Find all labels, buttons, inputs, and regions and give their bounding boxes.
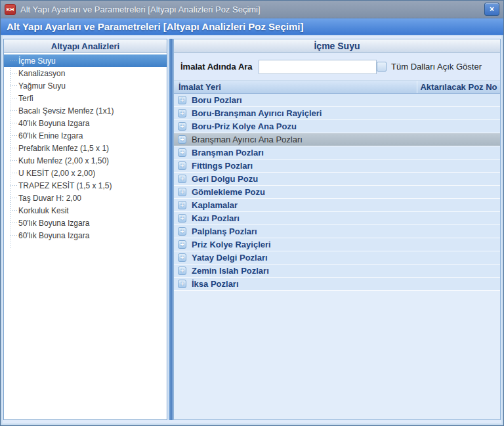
table-row[interactable]: +Boru-Priz Kolye Ana Pozu — [174, 120, 500, 133]
tree-item[interactable]: İçme Suyu — [4, 54, 167, 67]
search-label: İmalat Adında Ara — [180, 62, 253, 72]
table-body: +Boru Pozları+Boru-Branşman Ayırıcı Rayi… — [174, 94, 500, 419]
expand-plus-icon[interactable]: + — [178, 227, 186, 236]
expand-plus-icon[interactable]: + — [178, 201, 186, 209]
row-label: Gömlekleme Pozu — [192, 187, 265, 197]
row-label: Branşman Ayırıcı Ana Pozları — [192, 135, 303, 144]
search-row: İmalat Adında Ara Tüm Dalları Açık Göste… — [174, 53, 500, 81]
row-label: Palplanş Pozları — [192, 226, 257, 236]
left-panel: Altyapı Analizleri İçme SuyuKanalizasyon… — [3, 39, 167, 420]
table-row[interactable]: +Geri Dolgu Pozu — [174, 173, 500, 185]
expand-plus-icon[interactable]: + — [178, 109, 186, 117]
column-header-imalat-yeri[interactable]: İmalat Yeri — [174, 81, 417, 93]
panel-splitter[interactable] — [167, 39, 173, 420]
row-label: Geri Dolgu Pozu — [192, 174, 258, 184]
tree-item[interactable]: Kanalizasyon — [4, 67, 167, 79]
table-row[interactable]: +İksa Pozları — [174, 278, 500, 290]
right-panel: İçme Suyu İmalat Adında Ara Tüm Dalları … — [173, 39, 501, 420]
expand-plus-icon[interactable]: + — [178, 253, 186, 262]
tree-item[interactable]: 60'lık Boyuna Izgara — [4, 229, 167, 242]
main-content: Altyapı Analizleri İçme SuyuKanalizasyon… — [3, 39, 501, 420]
expand-all-checkbox[interactable] — [377, 62, 387, 72]
table-row[interactable]: +Boru Pozları — [174, 94, 500, 106]
row-label: Boru Pozları — [192, 95, 242, 105]
expand-all-checkbox-label[interactable]: Tüm Dalları Açık Göster — [391, 62, 482, 72]
row-label: Fittings Pozları — [192, 161, 253, 171]
table-header: İmalat Yeri Aktarılacak Poz No — [174, 81, 500, 94]
page-title: Alt Yapı Ayarları ve Parametreleri [Alty… — [1, 18, 503, 35]
expand-plus-icon[interactable]: + — [178, 188, 186, 196]
table-row[interactable]: +Priz Kolye Rayiçleri — [174, 238, 500, 251]
tree-item[interactable]: TRAPEZ KESİT (1,5 x 1,5) — [4, 179, 167, 192]
expand-plus-icon[interactable]: + — [178, 148, 186, 157]
row-label: İksa Pozları — [192, 279, 239, 289]
row-label: Branşman Pozları — [192, 148, 264, 158]
row-label: Priz Kolye Rayiçleri — [192, 240, 271, 249]
expand-plus-icon[interactable]: + — [178, 240, 186, 249]
expand-plus-icon[interactable]: + — [178, 175, 186, 183]
expand-plus-icon[interactable]: + — [178, 214, 186, 223]
close-icon: × — [490, 5, 494, 13]
row-label: Kazı Pozları — [192, 213, 240, 223]
row-label: Zemin Islah Pozları — [192, 266, 269, 276]
expand-plus-icon[interactable]: + — [178, 135, 186, 144]
tree-item[interactable]: 60'lık Enine Izgara — [4, 129, 167, 142]
tree-item[interactable]: U KESİT (2,00 x 2,00) — [4, 167, 167, 179]
table-row[interactable]: +Fittings Pozları — [174, 160, 500, 172]
tree-item[interactable]: Yağmur Suyu — [4, 79, 167, 92]
table-row[interactable]: +Kazı Pozları — [174, 212, 500, 224]
tree-item[interactable]: 50'lık Boyuna Izgara — [4, 217, 167, 229]
analysis-tree: İçme SuyuKanalizasyonYağmur SuyuTerfiBac… — [4, 53, 167, 419]
tree-item[interactable]: Taş Duvar H: 2,00 — [4, 192, 167, 204]
right-panel-header: İçme Suyu — [174, 39, 500, 53]
row-label: Kaplamalar — [192, 200, 238, 210]
tree-item[interactable]: Terfi — [4, 92, 167, 104]
expand-plus-icon[interactable]: + — [178, 280, 186, 288]
expand-plus-icon[interactable]: + — [178, 96, 186, 104]
tree-item[interactable]: Bacalı Şevsiz Menfez (1x1) — [4, 104, 167, 117]
row-label: Yatay Delgi Pozları — [192, 253, 268, 263]
expand-plus-icon[interactable]: + — [178, 266, 186, 275]
row-label: Boru-Priz Kolye Ana Pozu — [192, 121, 297, 131]
search-input[interactable] — [259, 60, 377, 74]
column-header-aktarilacak-poz-no[interactable]: Aktarılacak Poz No — [417, 81, 500, 93]
table-row[interactable]: +Zemin Islah Pozları — [174, 265, 500, 277]
table-row[interactable]: +Branşman Pozları — [174, 146, 500, 159]
titlebar: KH Alt Yapı Ayarları ve Parametreleri [A… — [1, 1, 503, 18]
app-window: KH Alt Yapı Ayarları ve Parametreleri [A… — [0, 0, 504, 426]
window-title: Alt Yapı Ayarları ve Parametreleri [Alty… — [20, 5, 480, 14]
table-row[interactable]: +Boru-Branşman Ayırıcı Rayiçleri — [174, 107, 500, 119]
left-panel-header: Altyapı Analizleri — [4, 39, 167, 53]
tree-item[interactable]: 40'lık Boyuna Izgara — [4, 117, 167, 129]
table-row[interactable]: +Gömlekleme Pozu — [174, 186, 500, 198]
app-icon: KH — [5, 4, 16, 15]
tree-item[interactable]: Korkuluk Kesit — [4, 204, 167, 217]
table-row[interactable]: +Palplanş Pozları — [174, 225, 500, 238]
table-row[interactable]: +Branşman Ayırıcı Ana Pozları — [174, 133, 500, 146]
table-row[interactable]: +Yatay Delgi Pozları — [174, 251, 500, 264]
close-button[interactable]: × — [484, 3, 499, 16]
expand-plus-icon[interactable]: + — [178, 161, 186, 170]
row-label: Boru-Branşman Ayırıcı Rayiçleri — [192, 108, 322, 118]
table-row[interactable]: +Kaplamalar — [174, 199, 500, 211]
tree-item[interactable]: Kutu Menfez (2,00 x 1,50) — [4, 154, 167, 167]
expand-plus-icon[interactable]: + — [178, 122, 186, 131]
tree-item[interactable]: Prefabrik Menfez (1,5 x 1) — [4, 142, 167, 154]
